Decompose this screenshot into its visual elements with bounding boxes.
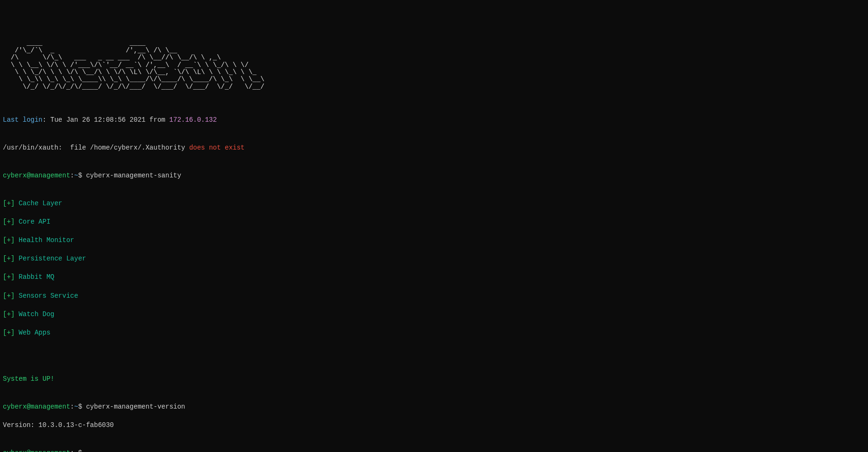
ok-icon: [+] [3, 200, 19, 207]
prompt-sep: : [70, 403, 74, 410]
ok-icon: [+] [3, 236, 19, 244]
svc-line-8: [+] Web Apps [3, 328, 865, 338]
svc-name: Core API [19, 218, 50, 226]
svc-line-2: [+] Core API [3, 218, 865, 227]
svc-line-5: [+] Rabbit MQ [3, 273, 865, 282]
svc-line-3: [+] Health Monitor [3, 236, 865, 245]
version-output: Version: 10.3.0.13-c-fab6030 [3, 421, 865, 430]
svc-name: Sensors Service [19, 292, 78, 300]
last-login-text: : Tue Jan 26 12:08:56 2021 from [42, 116, 169, 124]
xauth-error: does not exist [189, 144, 245, 151]
last-login-line: Last login: Tue Jan 26 12:08:56 2021 fro… [3, 116, 865, 125]
prompt-sanity[interactable]: cyberx@management:~$ cyberx-management-s… [3, 171, 865, 181]
cmd-version: cyberx-management-version [86, 403, 185, 410]
ok-icon: [+] [3, 218, 19, 226]
ascii-logo: ____ ____ /'\_/`\ _ /',__\ /\ \__ /\ \/\… [3, 40, 865, 91]
svc-line-4: [+] Persistence Layer [3, 254, 865, 264]
last-login-ip: 172.16.0.132 [169, 116, 217, 124]
prompt-sep: : [70, 172, 74, 179]
last-login-label: Last login [3, 116, 42, 124]
empty-prompt[interactable]: cyberx@management:~$ [3, 449, 865, 452]
ok-icon: [+] [3, 310, 19, 318]
ok-icon: [+] [3, 292, 19, 300]
svc-line-1: [+] Cache Layer [3, 199, 865, 209]
svc-name: Persistence Layer [19, 255, 86, 262]
cmd-sanity: cyberx-management-sanity [86, 172, 181, 179]
svc-name: Watch Dog [19, 310, 55, 318]
xauth-line: /usr/bin/xauth: file /home/cyberx/.Xauth… [3, 143, 865, 153]
svc-line-7: [+] Watch Dog [3, 310, 865, 319]
prompt-version[interactable]: cyberx@management:~$ cyberx-management-v… [3, 402, 865, 412]
ok-icon: [+] [3, 273, 19, 281]
svc-name: Health Monitor [19, 236, 75, 244]
prompt-path: ~ [74, 403, 78, 410]
svc-name: Rabbit MQ [19, 273, 55, 281]
prompt-user: cyberx@management [3, 403, 70, 410]
ok-icon: [+] [3, 255, 19, 262]
system-up: System is UP! [3, 375, 865, 384]
prompt-user: cyberx@management [3, 172, 70, 179]
prompt-path: ~ [74, 172, 78, 179]
svc-name: Web Apps [19, 329, 50, 336]
xauth-path: /usr/bin/xauth: file /home/cyberx/.Xauth… [3, 144, 189, 151]
prompt-dollar: $ [78, 172, 86, 179]
svc-line-6: [+] Sensors Service [3, 292, 865, 301]
prompt-dollar: $ [78, 403, 86, 410]
ok-icon: [+] [3, 329, 19, 336]
svc-name: Cache Layer [19, 200, 62, 207]
